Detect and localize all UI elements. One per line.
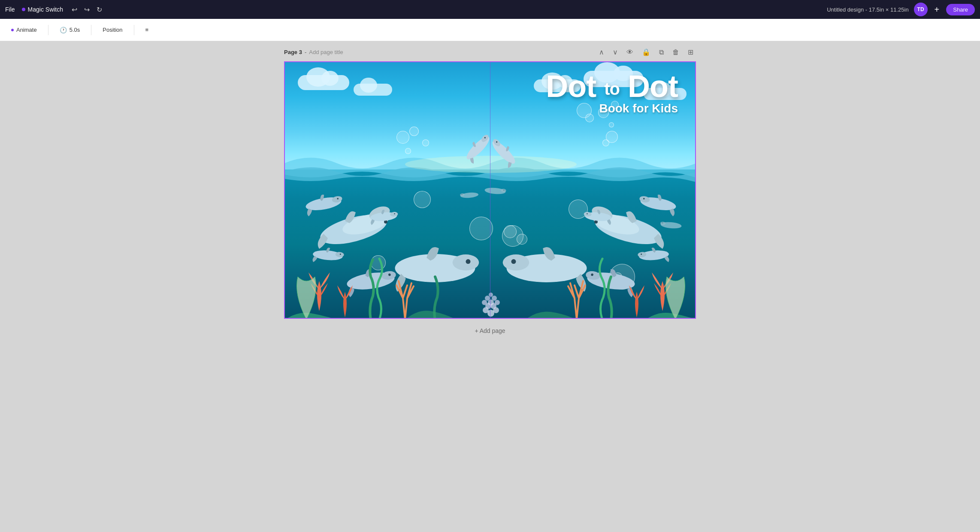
svg-point-25 [466,259,471,264]
top-bar: File Magic Switch ↩ ↪ ↻ Untitled design … [0,0,980,19]
topbar-right: Untitled design - 17.5in × 11.25in TD + … [827,3,975,16]
move-up-button[interactable]: ∧ [596,46,607,58]
dolphin-right-mid-2 [637,246,669,265]
coral-left-2 [337,285,353,317]
title-to: to [604,79,620,98]
position-button[interactable]: Position [98,24,127,36]
title-subtitle: Book for Kids [546,102,678,115]
dolphin-right-large [590,204,664,250]
dolphin-bg-2 [460,192,479,199]
svg-point-64 [489,293,493,297]
dolphin-left-mid-2 [312,246,344,265]
duration-button[interactable]: 🕐 5.0s [55,24,85,36]
share-button[interactable]: Share [946,4,975,15]
save-status-button[interactable]: ↻ [95,4,104,15]
animate-dot-icon [11,29,14,31]
add-page-after-button[interactable]: ⊞ [685,46,696,58]
animate-button[interactable]: Animate [7,24,41,36]
coral-center [482,293,500,317]
seaweed-3 [434,277,438,318]
svg-point-62 [485,296,490,301]
hide-page-button[interactable]: 👁 [624,47,636,58]
add-page-title[interactable]: Add page title [309,49,343,55]
user-avatar[interactable]: TD [914,3,928,16]
toolbar-separator-1 [48,25,48,35]
toolbar: Animate 🕐 5.0s Position ≡ [0,19,980,41]
svg-point-61 [495,300,500,305]
canvas-title: Dot to Dot Book for Kids [546,71,678,115]
svg-point-63 [492,296,497,301]
canvas-area: Page 3 - Add page title ∧ ∨ 👁 🔒 ⧉ 🗑 ⊞ [0,41,980,532]
magic-switch-button[interactable]: Magic Switch [22,6,63,13]
redo-button[interactable]: ↪ [82,4,91,15]
page-separator: - [305,49,306,55]
magic-switch-icon [22,8,25,11]
dolphin-right-mid-1 [638,191,678,217]
svg-point-60 [482,300,487,305]
design-title: Untitled design - 17.5in × 11.25in [827,6,908,13]
more-options-button[interactable]: ≡ [141,24,153,36]
add-page-label: + Add page [475,327,505,334]
toolbar-separator-2 [91,25,91,35]
canvas-frame[interactable]: Dot to Dot Book for Kids ↻ [284,61,696,319]
more-options-icon: ≡ [145,27,149,33]
title-dot-left: Dot [546,69,596,103]
add-collaborator-button[interactable]: + [933,3,941,16]
file-menu[interactable]: File [5,6,15,13]
page-number: Page 3 [284,49,302,55]
seaweed-right-2 [599,259,605,318]
lock-page-button[interactable]: 🔒 [639,46,653,58]
move-down-button[interactable]: ∨ [610,46,620,58]
position-label: Position [103,27,122,33]
svg-point-28 [511,259,516,264]
undo-redo-group: ↩ ↪ ↻ [70,4,104,15]
add-page-button[interactable]: + Add page [475,327,505,334]
coral-right-2 [629,285,644,317]
dolphin-bg-3 [660,221,682,229]
page-header: Page 3 - Add page title ∧ ∨ 👁 🔒 ⧉ 🗑 ⊞ [284,41,696,61]
dolphin-left-mid-1 [304,191,344,217]
fan-coral-left [297,277,316,318]
undo-button[interactable]: ↩ [70,4,79,15]
page-actions: ∧ ∨ 👁 🔒 ⧉ 🗑 ⊞ [596,46,696,58]
seaweed-2 [377,259,382,318]
svg-point-27 [503,254,529,270]
delete-page-button[interactable]: 🗑 [670,47,682,58]
svg-point-0 [405,156,577,173]
duration-label: 5.0s [70,27,80,33]
animate-label: Animate [16,27,37,33]
toolbar-separator-3 [134,25,134,35]
dolphin-bg-1 [484,187,506,195]
dolphin-left-large [317,204,391,250]
duplicate-page-button[interactable]: ⧉ [656,47,666,58]
fan-coral-right [666,277,685,318]
title-dot-right: Dot [628,69,678,103]
title-main: Dot to Dot [546,71,678,102]
clock-icon: 🕐 [60,27,67,33]
svg-point-24 [453,254,479,270]
magic-switch-label: Magic Switch [28,6,63,13]
page-title-row: Page 3 - Add page title [284,49,343,55]
canvas-illustration: Dot to Dot Book for Kids [285,62,695,318]
